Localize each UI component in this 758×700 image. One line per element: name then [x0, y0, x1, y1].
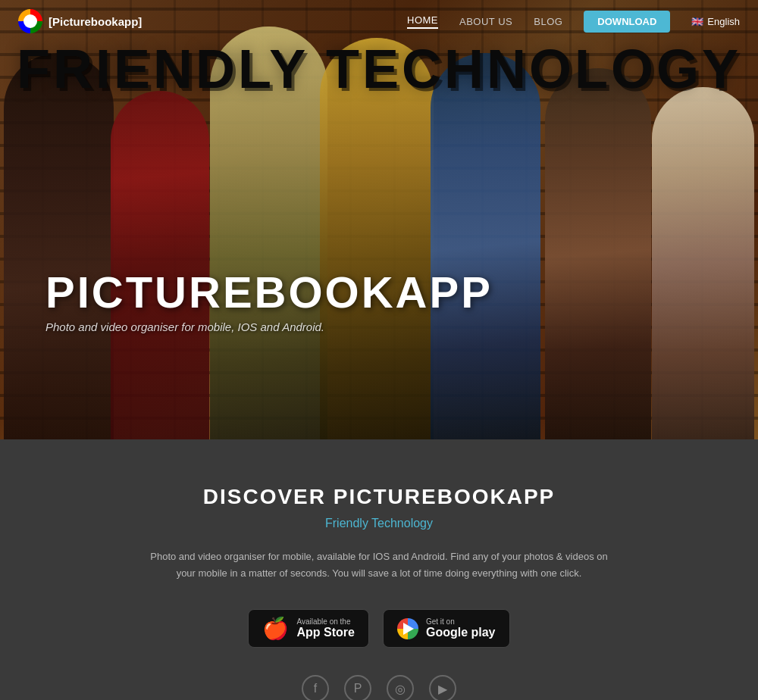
hero-content: PICTUREBOOKAPP Photo and video organiser…: [45, 270, 493, 333]
google-play-icon: [397, 618, 418, 639]
bottom-section: DISCOVER PICTUREBOOKAPP Friendly Technol…: [0, 439, 758, 700]
social-bar: f P ◎ ▶: [15, 675, 743, 700]
flag-icon: 🇬🇧: [691, 16, 703, 27]
hero-section: FRIENDLY TECHNOLOGY PICTUREBOOKAPP Photo…: [0, 0, 758, 439]
nav-blog[interactable]: BLOG: [534, 16, 562, 27]
appstore-large: App Store: [296, 626, 354, 639]
hero-subtitle: Photo and video organiser for mobile, IO…: [45, 320, 493, 333]
youtube-icon[interactable]: ▶: [429, 675, 456, 700]
instagram-icon[interactable]: ◎: [387, 675, 414, 700]
apple-icon: 🍎: [262, 618, 289, 639]
googleplay-small: Get it on: [426, 617, 455, 626]
appstore-small: Available on the: [296, 617, 350, 626]
nav-links: HOME ABOUT US BLOG DOWNLOAD 🇬🇧 English: [407, 11, 740, 33]
friendly-tech-tagline: Friendly Technology: [15, 517, 743, 530]
description-text: Photo and video organiser for mobile, av…: [144, 548, 614, 582]
download-button[interactable]: DOWNLOAD: [584, 11, 670, 33]
navbar: [Picturebookapp] HOME ABOUT US BLOG DOWN…: [0, 0, 758, 42]
hero-app-title: PICTUREBOOKAPP: [45, 270, 493, 314]
lang-label: English: [707, 16, 740, 27]
logo[interactable]: [Picturebookapp]: [18, 9, 142, 33]
logo-icon: [18, 9, 42, 33]
store-buttons: 🍎 Available on the App Store Get it on G…: [15, 609, 743, 648]
appstore-text: Available on the App Store: [296, 617, 354, 639]
hero-graffiti: FRIENDLY TECHNOLOGY: [0, 42, 758, 96]
googleplay-button[interactable]: Get it on Google play: [383, 609, 510, 648]
appstore-button[interactable]: 🍎 Available on the App Store: [248, 609, 368, 648]
facebook-icon[interactable]: f: [302, 675, 329, 700]
googleplay-text: Get it on Google play: [426, 617, 496, 639]
graffiti-text: FRIENDLY TECHNOLOGY: [0, 42, 758, 96]
pinterest-icon[interactable]: P: [344, 675, 371, 700]
googleplay-large: Google play: [426, 626, 496, 639]
discover-title: DISCOVER PICTUREBOOKAPP: [15, 485, 743, 509]
logo-text: [Picturebookapp]: [49, 15, 142, 28]
language-selector[interactable]: 🇬🇧 English: [691, 16, 740, 27]
nav-about[interactable]: ABOUT US: [459, 16, 512, 27]
nav-home[interactable]: HOME: [407, 14, 438, 29]
